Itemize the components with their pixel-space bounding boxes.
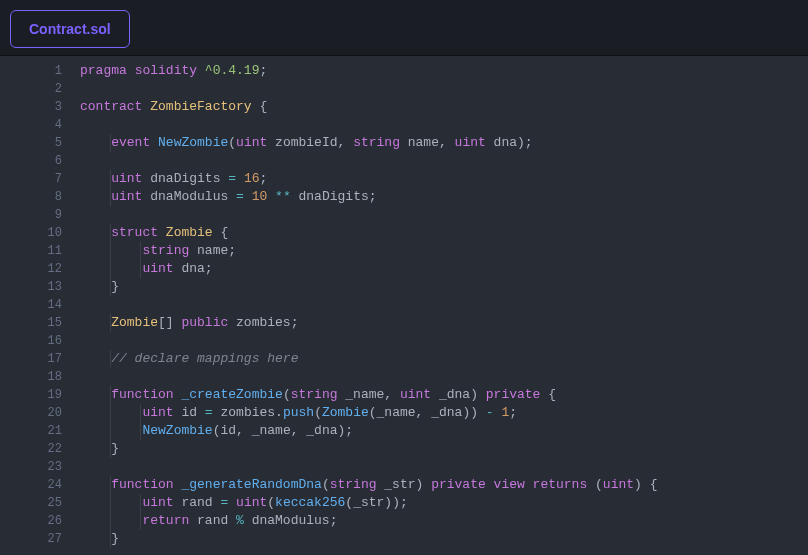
code-line[interactable] (80, 332, 808, 350)
code-line[interactable]: uint dna; (80, 260, 808, 278)
code-line[interactable] (80, 296, 808, 314)
token-str: ^0.4.19 (205, 63, 260, 78)
line-gutter: 1234567891011121314151617181920212223242… (0, 56, 76, 555)
indent-guide (110, 512, 111, 530)
code-editor[interactable]: 1234567891011121314151617181920212223242… (0, 56, 808, 555)
token-plain: name (400, 135, 439, 150)
token-kw: pragma (80, 63, 127, 78)
line-number: 15 (0, 314, 62, 332)
line-number: 21 (0, 422, 62, 440)
token-plain: name (189, 243, 228, 258)
token-plain (197, 63, 205, 78)
token-type: uint (236, 135, 267, 150)
token-kw: solidity (135, 63, 197, 78)
token-plain: _str (377, 477, 416, 492)
code-line[interactable]: uint dnaModulus = 10 ** dnaDigits; (80, 188, 808, 206)
token-plain (525, 477, 533, 492)
tab-bar: Contract.sol (0, 0, 808, 56)
token-num: 10 (252, 189, 268, 204)
token-plain: dnaModulus (244, 513, 330, 528)
token-punc: ( (228, 135, 236, 150)
token-punc: )) (462, 405, 478, 420)
token-punc: ; (369, 189, 377, 204)
code-area[interactable]: pragma solidity ^0.4.19;contract ZombieF… (76, 56, 808, 555)
token-plain: rand (174, 495, 221, 510)
token-op: - (486, 405, 494, 420)
token-type: string (142, 243, 189, 258)
token-type: uint (142, 405, 173, 420)
line-number: 18 (0, 368, 62, 386)
code-line[interactable] (80, 368, 808, 386)
code-line[interactable]: function _generateRandomDna(string _str)… (80, 476, 808, 494)
code-line[interactable]: } (80, 530, 808, 548)
indent-guide (110, 350, 111, 368)
indent-guide (110, 224, 111, 242)
token-punc: ) (470, 387, 478, 402)
token-punc: . (275, 405, 283, 420)
code-line[interactable]: } (80, 440, 808, 458)
token-punc: ( (369, 405, 377, 420)
token-func: _generateRandomDna (181, 477, 321, 492)
token-punc: ; (525, 135, 533, 150)
tab-contract-sol[interactable]: Contract.sol (10, 10, 130, 48)
token-plain (642, 477, 650, 492)
code-line[interactable]: event NewZombie(uint zombieId, string na… (80, 134, 808, 152)
code-line[interactable]: return rand % dnaModulus; (80, 512, 808, 530)
code-line[interactable] (80, 116, 808, 134)
token-func: keccak256 (275, 495, 345, 510)
token-type: string (330, 477, 377, 492)
token-type: uint (400, 387, 431, 402)
token-func: _createZombie (181, 387, 282, 402)
code-line[interactable] (80, 206, 808, 224)
code-line[interactable]: uint rand = uint(keccak256(_str)); (80, 494, 808, 512)
token-func: Zombie (322, 405, 369, 420)
indent-guide (110, 422, 111, 440)
token-num: 16 (244, 171, 260, 186)
code-line[interactable]: NewZombie(id, _name, _dna); (80, 422, 808, 440)
line-number: 12 (0, 260, 62, 278)
line-number: 13 (0, 278, 62, 296)
token-punc: ; (345, 423, 353, 438)
token-punc: ( (322, 477, 330, 492)
token-plain: dnaDigits (142, 171, 228, 186)
token-punc: ) (517, 135, 525, 150)
line-number: 11 (0, 242, 62, 260)
token-plain: _dna (299, 423, 338, 438)
indent-guide (110, 386, 111, 404)
token-type: uint (455, 135, 486, 150)
token-punc: ; (228, 243, 236, 258)
code-line[interactable]: } (80, 278, 808, 296)
token-mod: public (181, 315, 228, 330)
code-line[interactable]: uint id = zombies.push(Zombie(_name, _dn… (80, 404, 808, 422)
line-number: 27 (0, 530, 62, 548)
token-plain (486, 477, 494, 492)
token-punc: ; (205, 261, 213, 276)
token-func: NewZombie (142, 423, 212, 438)
code-line[interactable]: pragma solidity ^0.4.19; (80, 62, 808, 80)
code-line[interactable]: function _createZombie(string _name, uin… (80, 386, 808, 404)
code-line[interactable]: uint dnaDigits = 16; (80, 170, 808, 188)
line-number: 9 (0, 206, 62, 224)
token-punc: ( (595, 477, 603, 492)
indent-guide (140, 404, 141, 422)
indent-guide (110, 278, 111, 296)
code-line[interactable]: contract ZombieFactory { (80, 98, 808, 116)
code-line[interactable] (80, 458, 808, 476)
code-line[interactable] (80, 152, 808, 170)
token-mod: view (494, 477, 525, 492)
indent-guide (110, 530, 111, 548)
code-line[interactable]: struct Zombie { (80, 224, 808, 242)
line-number: 20 (0, 404, 62, 422)
code-line[interactable]: Zombie[] public zombies; (80, 314, 808, 332)
line-number: 1 (0, 62, 62, 80)
code-line[interactable]: // declare mappings here (80, 350, 808, 368)
code-line[interactable]: string name; (80, 242, 808, 260)
line-number: 24 (0, 476, 62, 494)
token-plain: dnaModulus (142, 189, 236, 204)
token-plain: rand (189, 513, 236, 528)
token-plain: _name (377, 405, 416, 420)
indent-guide (110, 260, 111, 278)
token-class: Zombie (166, 225, 213, 240)
code-line[interactable] (80, 80, 808, 98)
token-class: ZombieFactory (150, 99, 251, 114)
